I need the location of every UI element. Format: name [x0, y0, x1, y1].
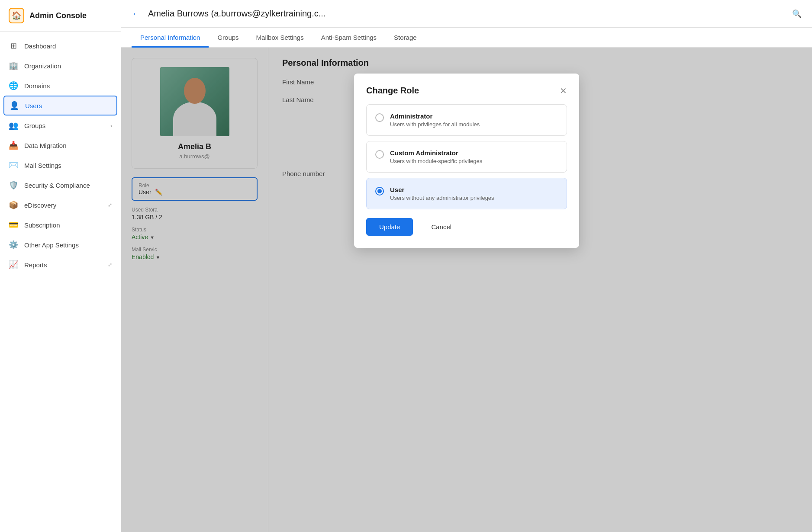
- sidebar-label-subscription: Subscription: [24, 221, 60, 229]
- expand-arrow-groups: ›: [110, 122, 112, 129]
- radio-custom-administrator: [375, 150, 384, 159]
- other-app-icon: ⚙️: [9, 240, 18, 250]
- search-button[interactable]: 🔍: [792, 9, 802, 19]
- sidebar-label-organization: Organization: [24, 62, 61, 70]
- sidebar-label-mail-settings: Mail Settings: [24, 162, 61, 169]
- sidebar-item-data-migration[interactable]: 📥 Data Migration: [0, 135, 121, 155]
- sidebar-label-groups: Groups: [24, 122, 45, 129]
- role-options: Administrator Users with privileges for …: [366, 104, 567, 209]
- sidebar-header: 🏠 Admin Console: [0, 0, 121, 32]
- radio-administrator: [375, 113, 384, 122]
- content-area: Amelia B a.burrows@ Role User ✏️ Used St…: [121, 48, 812, 532]
- role-title-user: User: [390, 186, 494, 193]
- sidebar-item-dashboard[interactable]: ⊞ Dashboard: [0, 36, 121, 56]
- app-title: Admin Console: [29, 11, 87, 20]
- sidebar-label-ediscovery: eDiscovery: [24, 202, 56, 209]
- users-icon: 👤: [10, 101, 19, 110]
- role-desc-user: Users without any administrator privileg…: [390, 195, 494, 201]
- tab-antispam[interactable]: Anti-Spam Settings: [313, 28, 385, 48]
- mail-settings-icon: ✉️: [9, 160, 18, 170]
- role-option-user[interactable]: User Users without any administrator pri…: [366, 178, 567, 209]
- sidebar-label-users: Users: [25, 102, 42, 109]
- sidebar-label-other-app: Other App Settings: [24, 241, 79, 249]
- organization-icon: 🏢: [9, 61, 18, 71]
- tabs-bar: Personal InformationGroupsMailbox Settin…: [121, 28, 812, 48]
- sidebar-label-data-migration: Data Migration: [24, 142, 67, 149]
- groups-icon: 👥: [9, 121, 18, 130]
- data-migration-icon: 📥: [9, 141, 18, 150]
- app-logo: 🏠: [9, 8, 24, 23]
- role-title-custom-administrator: Custom Administrator: [390, 149, 482, 157]
- tab-mailbox[interactable]: Mailbox Settings: [248, 28, 313, 48]
- security-icon: 🛡️: [9, 180, 18, 190]
- radio-user: [375, 187, 384, 195]
- sidebar-item-security[interactable]: 🛡️ Security & Compliance: [0, 175, 121, 195]
- sidebar-item-ediscovery[interactable]: 📦 eDiscovery ⤢: [0, 195, 121, 215]
- sidebar-label-dashboard: Dashboard: [24, 42, 56, 50]
- sidebar-item-other-app[interactable]: ⚙️ Other App Settings: [0, 235, 121, 255]
- modal-header: Change Role ✕: [366, 86, 567, 96]
- reports-icon: 📈: [9, 260, 18, 269]
- role-desc-custom-administrator: Users with module-specific privileges: [390, 158, 482, 164]
- sidebar-item-subscription[interactable]: 💳 Subscription: [0, 215, 121, 235]
- role-title-administrator: Administrator: [390, 112, 480, 120]
- ext-icon-ediscovery: ⤢: [108, 202, 112, 208]
- sidebar-item-groups[interactable]: 👥 Groups ›: [0, 115, 121, 135]
- role-desc-administrator: Users with privileges for all modules: [390, 121, 480, 128]
- tab-groups[interactable]: Groups: [209, 28, 247, 48]
- change-role-modal: Change Role ✕ Administrator Users with p…: [354, 74, 579, 248]
- modal-title: Change Role: [366, 86, 419, 96]
- sidebar-item-organization[interactable]: 🏢 Organization: [0, 56, 121, 76]
- back-button[interactable]: ←: [132, 9, 141, 19]
- tab-personal[interactable]: Personal Information: [132, 28, 209, 48]
- tab-storage[interactable]: Storage: [385, 28, 425, 48]
- sidebar-label-domains: Domains: [24, 82, 50, 90]
- domains-icon: 🌐: [9, 81, 18, 90]
- sidebar-item-reports[interactable]: 📈 Reports ⤢: [0, 255, 121, 275]
- update-button[interactable]: Update: [366, 218, 413, 236]
- dashboard-icon: ⊞: [9, 41, 18, 51]
- sidebar-label-security: Security & Compliance: [24, 182, 90, 189]
- cancel-button[interactable]: Cancel: [419, 218, 464, 236]
- modal-close-button[interactable]: ✕: [560, 87, 567, 95]
- modal-actions: Update Cancel: [366, 218, 567, 236]
- modal-overlay: Change Role ✕ Administrator Users with p…: [121, 48, 812, 532]
- sidebar-item-users[interactable]: 👤 Users: [3, 96, 117, 115]
- sidebar-item-domains[interactable]: 🌐 Domains: [0, 76, 121, 96]
- subscription-icon: 💳: [9, 220, 18, 230]
- role-option-custom-administrator[interactable]: Custom Administrator Users with module-s…: [366, 141, 567, 173]
- ext-icon-reports: ⤢: [108, 262, 112, 268]
- page-header: ← Amelia Burrows (a.burrows@zylkertraini…: [121, 0, 812, 28]
- logo-icon: 🏠: [12, 11, 21, 20]
- page-title: Amelia Burrows (a.burrows@zylkertraining…: [148, 9, 785, 19]
- ediscovery-icon: 📦: [9, 200, 18, 210]
- main-content: ← Amelia Burrows (a.burrows@zylkertraini…: [121, 0, 812, 532]
- sidebar-item-mail-settings[interactable]: ✉️ Mail Settings: [0, 155, 121, 175]
- sidebar-label-reports: Reports: [24, 261, 47, 269]
- sidebar-nav: ⊞ Dashboard 🏢 Organization 🌐 Domains 👤 U…: [0, 32, 121, 532]
- role-option-administrator[interactable]: Administrator Users with privileges for …: [366, 104, 567, 136]
- sidebar: 🏠 Admin Console ⊞ Dashboard 🏢 Organizati…: [0, 0, 121, 532]
